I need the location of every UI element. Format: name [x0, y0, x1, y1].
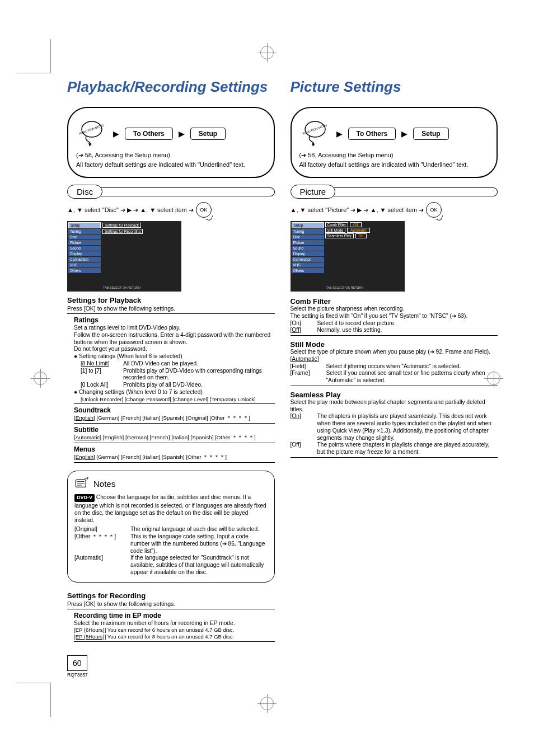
osd-item: Sound	[292, 246, 324, 251]
opt-key: [1] to [7]	[81, 368, 119, 382]
section-picture: Picture	[291, 185, 336, 199]
osd-item: Tuning	[68, 229, 101, 234]
opt-key: [Off]	[291, 327, 313, 334]
opt-val: This is the language code setting. Input…	[130, 533, 268, 555]
notes-head-text: Notes	[93, 478, 115, 490]
osd-right-item: Settings for Playback	[102, 223, 141, 228]
nav-setup: Setup	[190, 128, 226, 140]
ep-body: Select the maximum number of hours for r…	[74, 620, 275, 627]
comb-body: The setting is fixed with "On" if you se…	[291, 313, 498, 320]
overview-panel-left: FUNCTION MENU ▶ To Others ▶ Setup (➔ 58,…	[67, 107, 275, 178]
notes-box: Notes DVD-V Choose the language for audi…	[67, 471, 275, 583]
opt-key: [8 No Limit]	[81, 360, 119, 368]
comb-filter-head: Comb Filter	[291, 297, 498, 306]
opt-val: Normally, use this setting.	[317, 327, 382, 334]
osd-row-val: Off	[350, 222, 362, 227]
notes-body: Choose the language for audio, subtitles…	[74, 494, 266, 523]
osd-item: Disc	[68, 234, 101, 240]
ratings-body: Follow the on-screen instructions. Enter…	[74, 332, 275, 346]
osd-row-val: On	[355, 233, 367, 238]
section-disc: Disc	[67, 185, 102, 199]
opt-key: [Original]	[74, 526, 126, 533]
osd-item: Display	[68, 251, 101, 256]
ratings-change-opts: [Unlock Recorder] [Change Password] [Cha…	[81, 396, 275, 402]
opt-val: If the language selected for "Soundtrack…	[130, 555, 268, 576]
osd-item: Connection	[68, 257, 101, 262]
select-instruction: ▲, ▼ select "Picture" ➔ ▶ ➔ ▲, ▼ select …	[291, 206, 424, 214]
subtitle-head: Subtitle	[74, 426, 275, 434]
opt-val: Prohibits play of DVD-Video with corresp…	[123, 368, 275, 382]
opt-val: The chapters in playlists are played sea…	[317, 413, 498, 442]
registration-mark	[34, 372, 47, 385]
arrow-icon: ▶	[336, 129, 343, 138]
default-line: All factory default settings are indicat…	[299, 161, 489, 168]
seamless-head: Seamless Play	[291, 391, 498, 399]
osd-row-val: Automatic	[347, 228, 370, 233]
still-auto: [Automatic]	[291, 356, 498, 363]
ratings-head: Ratings	[74, 316, 275, 324]
ratings-body: Do not forget your password.	[74, 346, 275, 353]
default-line: All factory default settings are indicat…	[76, 161, 266, 168]
soundtrack-opts-rest: [German] [French] [Italian] [Spanish] [O…	[96, 415, 250, 421]
opt-val: Select if you cannot see small text or f…	[326, 370, 498, 384]
access-line: (➔ 58, Accessing the Setup menu)	[76, 152, 266, 159]
page-number: 60	[67, 655, 87, 671]
osd-item: VHS	[68, 262, 101, 267]
ratings-bullet: Setting ratings (When level 8 is selecte…	[79, 353, 182, 359]
opt-val: All DVD-Video can be played.	[123, 360, 198, 368]
registration-mark	[260, 697, 274, 710]
osd-remote-hint: TAB SELECT OK RETURN	[326, 286, 364, 289]
opt-key: [On]	[291, 320, 313, 327]
ratings-bullet: Changing settings (When level 0 to 7 is …	[79, 389, 203, 395]
settings-for-recording-head: Settings for Recording	[67, 591, 275, 600]
opt-key: [Frame]	[291, 370, 322, 384]
opt-key: [Automatic]	[74, 555, 126, 576]
menus-head: Menus	[74, 445, 275, 453]
settings-for-playback-head: Settings for Playback	[67, 296, 275, 304]
dvdv-badge: DVD-V	[74, 494, 95, 502]
osd-remote-hint: TAB SELECT OK RETURN	[103, 286, 140, 289]
osd-screenshot-right: Setup Tuning Disc Picture Sound Display …	[291, 221, 405, 292]
access-line: (➔ 58, Accessing the Setup menu)	[299, 152, 489, 159]
opt-val: The points where chapters in playlists c…	[317, 442, 498, 456]
settings-for-recording-sub: Press [OK] to show the following setting…	[67, 600, 275, 607]
function-menu-icon: FUNCTION MENU	[299, 118, 331, 149]
function-menu-icon: FUNCTION MENU	[76, 118, 107, 149]
opt-key: [On]	[291, 413, 313, 442]
still-body: Select the type of picture shown when yo…	[291, 349, 498, 356]
opt-key: [Field]	[291, 363, 322, 370]
arrow-icon: ▶	[401, 129, 407, 138]
osd-item: Disc	[292, 234, 324, 240]
crop-mark	[17, 683, 51, 717]
ok-icon: OK	[196, 202, 212, 218]
osd-right-item: Settings for Recording	[102, 229, 143, 234]
comb-body: Select the picture sharpness when record…	[291, 306, 498, 313]
subtitle-opts-rest: [English] [German] [French] [Italian] [S…	[103, 434, 256, 440]
overview-panel-right: FUNCTION MENU ▶ To Others ▶ Setup (➔ 58,…	[291, 107, 498, 178]
osd-item: VHS	[292, 262, 324, 267]
osd-item: Sound	[68, 246, 101, 251]
osd-screenshot-left: Setup Tuning Disc Picture Sound Display …	[67, 221, 181, 292]
crop-mark	[17, 39, 51, 73]
osd-header: Setup	[292, 222, 324, 228]
osd-item: Others	[68, 268, 101, 273]
ratings-body: Set a ratings level to limit DVD-Video p…	[74, 325, 275, 332]
page-code: RQT8857	[67, 672, 88, 678]
osd-item: Tuning	[292, 229, 324, 234]
opt-val: Select if jittering occurs when "Automat…	[326, 363, 461, 370]
opt-key: [0 Lock All]	[81, 382, 119, 389]
osd-row-key: Comb Filter	[325, 222, 349, 227]
osd-row-key: Seamless Play	[325, 233, 354, 238]
registration-mark	[260, 46, 274, 59]
menus-opts-rest: [German] [French] [Italian] [Spanish] [O…	[96, 454, 227, 460]
osd-row-key: Still Mode	[325, 228, 346, 233]
notes-icon	[74, 477, 89, 492]
nav-to-others: To Others	[125, 128, 173, 140]
select-instruction: ▲, ▼ select "Disc" ➔ ▶ ➔ ▲, ▼ select ite…	[67, 206, 194, 214]
nav-to-others: To Others	[348, 128, 396, 140]
osd-header: Setup	[68, 222, 101, 228]
still-mode-head: Still Mode	[291, 340, 498, 349]
settings-for-playback-sub: Press [OK] to show the following setting…	[67, 305, 275, 312]
opt-key: [Off]	[291, 442, 313, 456]
ok-icon: OK	[426, 202, 442, 218]
